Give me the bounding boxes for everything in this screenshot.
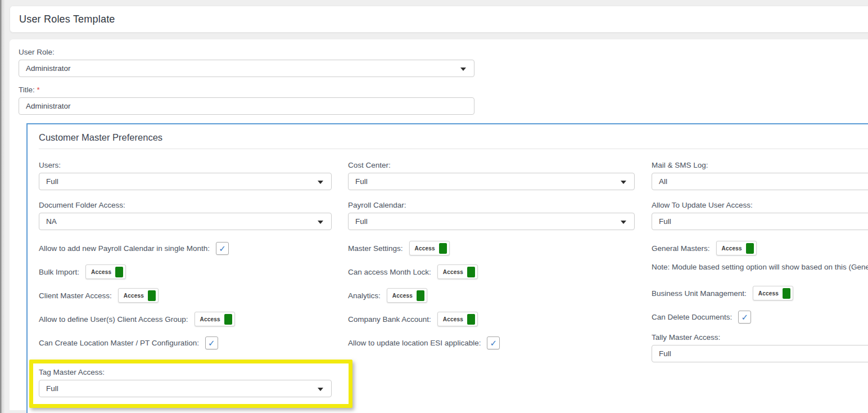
title-input-value: Administrator [26,102,71,110]
general-masters-toggle[interactable]: Access [716,241,757,255]
allow-to-update-user-access-label: Allow To Update User Access: [652,201,868,209]
allow-to-update-user-access-select-value: Full [659,217,671,226]
toggle-knob [115,267,123,277]
company-bank-account-row: Company Bank Account:Access [348,312,635,326]
allow-to-update-user-access-select[interactable]: Full [652,213,868,230]
master-settings-row: Master Settings:Access [348,241,635,255]
tag-master-access-select[interactable]: Full [39,380,332,397]
page-header: User Roles Template [10,6,868,33]
mail-sms-log-select-value: All [659,177,667,186]
company-bank-account-label: Company Bank Account: [348,315,431,324]
user-role-form-card: User Role: Administrator Title: * Admini… [10,39,868,410]
toggle-knob [746,243,754,254]
user-role-select[interactable]: Administrator [19,60,474,77]
can-delete-documents-checkbox[interactable]: ✓ [738,311,751,324]
caret-down-icon [318,388,323,391]
master-settings-toggle[interactable]: Access [409,241,450,255]
users-label: Users: [39,161,332,169]
allow-to-define-user-s-client-access-group-label: Allow to define User(s) Client Access Gr… [39,315,188,324]
can-create-location-master-pt-configuration-label: Can Create Location Master / PT Configur… [39,339,199,347]
allow-to-update-location-esi-applicable-row: Allow to update location ESI applicable:… [348,335,635,350]
toggle-knob [439,243,447,254]
can-delete-documents-row: Can Delete Documents:✓ [652,309,868,324]
allow-to-update-user-access-field: Allow To Update User Access:Full [652,201,868,230]
user-role-field: User Role: Administrator [19,48,474,77]
allow-to-define-user-s-client-access-group-row: Allow to define User(s) Client Access Gr… [39,312,332,326]
client-master-access-label: Client Master Access: [39,291,112,300]
preferences-column-2: Cost Center:FullPayroll Calendar:FullMas… [348,161,635,408]
tag-master-access-label: Tag Master Access: [39,368,343,376]
checkmark-icon: ✓ [490,339,498,347]
caret-down-icon [621,181,626,184]
analytics-row: Analytics:Access [348,288,635,303]
toggle-knob [467,267,475,277]
caret-down-icon [318,181,323,184]
caret-down-icon [460,68,466,71]
can-access-month-lock-label: Can access Month Lock: [348,268,431,276]
allow-to-define-user-s-client-access-group-toggle-state: Access [200,316,220,322]
bulk-import-label: Bulk Import: [39,268,79,276]
title-input[interactable]: Administrator [19,97,474,115]
master-settings-label: Master Settings: [348,244,403,253]
payroll-calendar-select[interactable]: Full [348,213,635,230]
users-select-value: Full [46,177,58,186]
user-role-select-value: Administrator [26,64,71,73]
client-master-access-toggle-state: Access [124,293,144,299]
allow-to-update-location-esi-applicable-checkbox[interactable]: ✓ [487,336,500,349]
preferences-column-1: Users:FullDocument Folder Access:NAAllow… [39,161,332,408]
client-master-access-toggle[interactable]: Access [118,288,159,303]
tally-master-access-select[interactable]: Full [652,345,868,362]
users-select[interactable]: Full [39,173,332,190]
analytics-label: Analytics: [348,291,381,300]
allow-to-add-new-payroll-calendar-in-single-month-checkbox[interactable]: ✓ [216,242,229,255]
toggle-knob [417,290,424,301]
analytics-toggle[interactable]: Access [387,288,427,303]
business-unit-management-row: Business Unit Management:Access [652,286,868,300]
caret-down-icon [621,221,626,224]
preferences-columns: Users:FullDocument Folder Access:NAAllow… [39,161,868,408]
can-access-month-lock-toggle[interactable]: Access [437,264,478,279]
left-page-edge [0,0,6,413]
checkmark-icon: ✓ [219,244,226,253]
bulk-import-toggle[interactable]: Access [85,264,126,279]
general-masters-row: General Masters:Access [652,241,868,255]
document-folder-access-field: Document Folder Access:NA [39,201,332,230]
can-create-location-master-pt-configuration-row: Can Create Location Master / PT Configur… [39,335,332,350]
business-unit-management-label: Business Unit Management: [652,289,747,298]
bulk-import-toggle-state: Access [91,269,111,275]
cost-center-field: Cost Center:Full [348,161,635,190]
document-folder-access-label: Document Folder Access: [39,201,332,209]
bulk-import-row: Bulk Import:Access [39,264,332,279]
mail-sms-log-label: Mail & SMS Log: [652,161,868,169]
tag-master-access-field: Tag Master Access:Full [39,368,343,397]
allow-to-update-location-esi-applicable-label: Allow to update location ESI applicable: [348,339,481,347]
tag-master-access-select-value: Full [46,384,58,393]
client-master-access-row: Client Master Access:Access [39,288,332,303]
master-settings-toggle-state: Access [415,245,435,252]
cost-center-select[interactable]: Full [348,173,635,190]
toggle-knob [148,290,156,301]
required-asterisk: * [37,86,40,94]
page-title: User Roles Template [19,14,115,25]
analytics-toggle-state: Access [392,293,413,299]
company-bank-account-toggle[interactable]: Access [437,312,478,326]
company-bank-account-toggle-state: Access [443,316,463,322]
mail-sms-log-select[interactable]: All [652,173,868,190]
general-masters-label: General Masters: [652,244,710,253]
customer-master-preferences-panel: Customer Master Preferences Users:FullDo… [26,123,868,413]
payroll-calendar-select-value: Full [355,217,368,226]
preferences-column-3: Mail & SMS Log:AllAllow To Update User A… [652,161,868,408]
business-unit-management-toggle-state: Access [758,290,779,297]
general-masters-toggle-state: Access [722,245,742,252]
note-text: Note: Module based setting option will s… [652,263,868,271]
document-folder-access-select-value: NA [46,217,57,226]
tally-master-access-label: Tally Master Access: [652,333,868,342]
business-unit-management-toggle[interactable]: Access [753,286,793,300]
panel-title-divider [39,149,868,149]
document-folder-access-select[interactable]: NA [39,213,332,230]
panel-title: Customer Master Preferences [39,132,868,143]
allow-to-define-user-s-client-access-group-toggle[interactable]: Access [195,312,235,326]
can-create-location-master-pt-configuration-checkbox[interactable]: ✓ [205,336,218,349]
caret-down-icon [318,221,323,224]
payroll-calendar-field: Payroll Calendar:Full [348,201,635,230]
